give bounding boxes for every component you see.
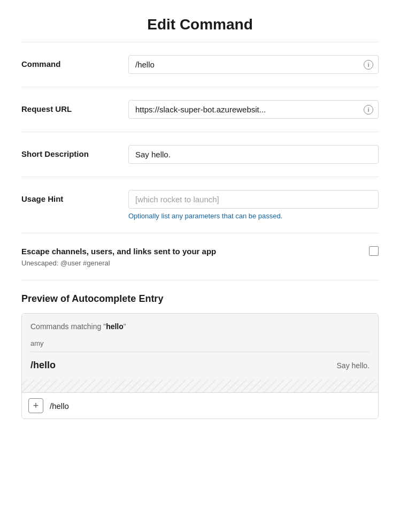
plus-button[interactable]: + [28,398,43,413]
command-input-wrapper: i [128,55,379,74]
usage-hint-section: Usage Hint Optionally list any parameter… [21,177,379,233]
matching-suffix: " [124,322,126,331]
escape-checkbox[interactable] [369,246,379,256]
command-input[interactable] [128,55,379,74]
request-url-info-icon[interactable]: i [364,105,373,115]
request-url-input[interactable] [128,100,379,119]
request-url-input-wrapper: i [128,100,379,119]
autocomplete-inner: Commands matching "hello" amy /hello Say… [22,314,378,379]
command-row: /hello Say hello. [30,354,370,379]
command-section: Command i [21,42,379,87]
request-url-section: Request URL i [21,87,379,132]
request-url-label: Request URL [21,100,118,113]
preview-command-desc: Say hello. [337,361,370,370]
escape-row: Escape channels, users, and links sent t… [21,246,379,256]
hatch-pattern [22,379,378,392]
command-field: i [128,55,379,74]
request-url-field: i [128,100,379,119]
command-label: Command [21,55,118,69]
matching-prefix: Commands matching " [30,322,106,331]
preview-command-name: /hello [30,360,56,371]
short-description-section: Short Description [21,132,379,177]
matching-text: Commands matching "hello" [30,322,370,331]
escape-label: Escape channels, users, and links sent t… [21,247,216,256]
usage-hint-label: Usage Hint [21,190,118,203]
input-bar: + /hello [22,392,378,419]
input-bar-text: /hello [50,401,69,411]
short-description-field [128,145,379,164]
preview-section: Preview of Autocomplete Entry Commands m… [21,280,379,432]
autocomplete-preview: Commands matching "hello" amy /hello Say… [21,313,379,419]
command-info-icon[interactable]: i [364,60,373,70]
usage-hint-hint: Optionally list any parameters that can … [128,212,379,220]
matching-keyword: hello [106,322,124,331]
preview-title: Preview of Autocomplete Entry [21,293,379,305]
usage-hint-input[interactable] [128,190,379,209]
short-description-input-wrapper [128,145,379,164]
usage-hint-input-wrapper [128,190,379,209]
escape-section: Escape channels, users, and links sent t… [21,233,379,280]
workspace-label: amy [30,339,370,352]
short-description-input[interactable] [128,145,379,164]
page-title: Edit Command [21,11,379,42]
short-description-label: Short Description [21,145,118,158]
usage-hint-field: Optionally list any parameters that can … [128,190,379,220]
unescaped-text: Unescaped: @user #general [21,259,379,267]
